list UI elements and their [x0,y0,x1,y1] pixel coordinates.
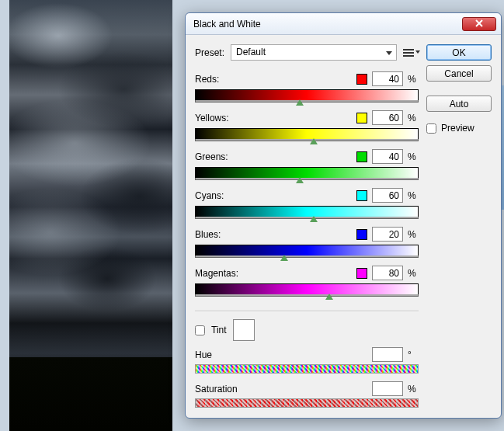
blues-swatch [356,229,367,240]
greens-row: Greens:% [195,149,419,180]
greens-label: Greens: [195,151,352,162]
saturation-input[interactable] [372,381,403,396]
close-icon [474,19,484,27]
greens-slider-base[interactable] [195,178,419,180]
auto-button[interactable]: Auto [426,96,492,112]
canvas-preview-image [9,0,172,431]
cyans-slider-base[interactable] [195,217,419,219]
magentas-input[interactable] [372,266,403,280]
tint-checkbox[interactable] [195,325,205,335]
cyans-slider-track[interactable] [195,206,419,217]
magentas-slider-thumb[interactable] [325,294,333,300]
reds-slider-track[interactable] [195,89,419,100]
reds-label: Reds: [195,74,352,85]
hue-label: Hue [195,349,367,360]
blues-unit: % [408,229,419,240]
magentas-slider-base[interactable] [195,294,419,297]
yellows-swatch [356,113,367,123]
yellows-slider-base[interactable] [195,139,419,141]
hue-unit: ° [408,349,419,360]
blues-slider-thumb[interactable] [280,255,288,261]
preview-checkbox[interactable] [426,123,436,134]
main-column: Preset: Default Reds:%Yellows:%Greens:%C… [195,44,419,412]
reds-unit: % [408,74,419,85]
magentas-unit: % [408,268,419,279]
cyans-label: Cyans: [195,190,352,201]
yellows-row: Yellows:% [195,110,419,141]
blues-row: Blues:% [195,227,419,258]
cyans-slider-thumb[interactable] [310,216,318,222]
divider [195,311,419,311]
preset-menu-icon[interactable] [403,45,419,61]
magentas-swatch [356,268,367,279]
preset-row: Preset: Default [195,44,419,61]
blues-slider-track[interactable] [195,245,419,255]
greens-unit: % [408,151,419,162]
preview-row: Preview [426,123,492,134]
titlebar: Black and White [186,13,501,35]
yellows-slider-track[interactable] [195,128,419,139]
blues-input[interactable] [372,227,403,242]
yellows-label: Yellows: [195,113,352,123]
cancel-button[interactable]: Cancel [426,65,492,82]
hue-input[interactable] [372,347,403,362]
greens-slider-track[interactable] [195,167,419,178]
window-title: Black and White [193,19,456,30]
cyans-input[interactable] [372,188,403,203]
yellows-slider-thumb[interactable] [310,138,318,144]
tint-color-swatch[interactable] [233,319,255,341]
blues-label: Blues: [195,229,352,240]
greens-slider-thumb[interactable] [296,177,304,183]
magentas-slider-track[interactable] [195,283,419,294]
reds-swatch [356,74,367,85]
close-button[interactable] [462,17,496,31]
cyans-unit: % [408,190,419,201]
yellows-input[interactable] [372,110,403,125]
tint-row: Tint [195,319,419,341]
preset-value: Default [236,47,266,57]
hue-row: Hue ° [195,347,419,374]
preset-select[interactable]: Default [231,44,397,61]
cyans-swatch [356,190,367,201]
saturation-unit: % [408,384,419,395]
reds-input[interactable] [372,71,403,86]
ok-button[interactable]: OK [426,44,492,61]
greens-swatch [356,151,367,162]
reds-slider-base[interactable] [195,100,419,103]
black-and-white-dialog: Black and White Preset: Default Reds:%Ye… [185,12,502,419]
blues-slider-base[interactable] [195,255,419,258]
hue-slider [195,364,419,374]
preview-label[interactable]: Preview [441,123,474,134]
preset-label: Preset: [195,47,224,58]
greens-input[interactable] [372,149,403,164]
saturation-row: Saturation % [195,381,419,408]
saturation-label: Saturation [195,384,367,395]
side-column: OK Cancel Auto Preview [426,44,492,412]
tint-label[interactable]: Tint [211,325,227,335]
saturation-slider [195,398,419,408]
yellows-unit: % [408,113,419,123]
magentas-label: Magentas: [195,268,352,279]
magentas-row: Magentas:% [195,266,419,297]
reds-slider-thumb[interactable] [296,99,304,106]
reds-row: Reds:% [195,71,419,103]
cyans-row: Cyans:% [195,188,419,219]
